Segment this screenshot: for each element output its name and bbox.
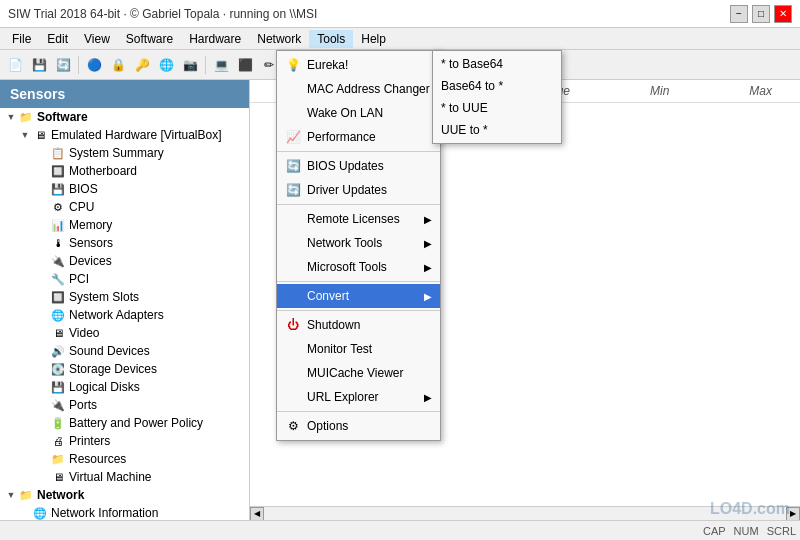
tree-network-section[interactable]: ▼ 📁 Network — [0, 486, 249, 504]
url-explorer-icon — [285, 389, 301, 405]
toolbar-btn-e[interactable]: 📷 — [179, 54, 201, 76]
system-summary-icon: 📋 — [50, 145, 66, 161]
tree-memory[interactable]: 📊Memory — [0, 216, 249, 234]
url-explorer-arrow: ▶ — [424, 392, 432, 403]
menu-edit[interactable]: Edit — [39, 30, 76, 48]
tools-performance[interactable]: 📈 Performance — [277, 125, 440, 149]
menu-software[interactable]: Software — [118, 30, 181, 48]
sidebar-header: Sensors — [0, 80, 249, 108]
col-min: Min — [650, 84, 669, 98]
remote-licenses-icon — [285, 211, 301, 227]
toolbar-btn-a[interactable]: 🔵 — [83, 54, 105, 76]
menu-view[interactable]: View — [76, 30, 118, 48]
toolbar-btn-b[interactable]: 🔒 — [107, 54, 129, 76]
tree-system-slots[interactable]: 🔲System Slots — [0, 288, 249, 306]
motherboard-icon: 🔲 — [50, 163, 66, 179]
pci-icon: 🔧 — [50, 271, 66, 287]
tools-options[interactable]: ⚙ Options — [277, 414, 440, 438]
minimize-button[interactable]: − — [730, 5, 748, 23]
toolbar-refresh[interactable]: 🔄 — [52, 54, 74, 76]
menu-sep-5 — [277, 411, 440, 412]
toolbar-btn-g[interactable]: ⬛ — [234, 54, 256, 76]
virtual-machine-icon: 🖥 — [50, 469, 66, 485]
menu-sep-4 — [277, 310, 440, 311]
hscroll-track[interactable] — [264, 507, 786, 521]
menu-network[interactable]: Network — [249, 30, 309, 48]
menu-help[interactable]: Help — [353, 30, 394, 48]
hscroll-left[interactable]: ◀ — [250, 507, 264, 521]
tree-pci[interactable]: 🔧PCI — [0, 270, 249, 288]
network-info-icon: 🌐 — [32, 505, 48, 521]
software-icon: 📁 — [18, 109, 34, 125]
toolbar-btn-d[interactable]: 🌐 — [155, 54, 177, 76]
tree-devices[interactable]: 🔌Devices — [0, 252, 249, 270]
tools-mac-changer[interactable]: MAC Address Changer — [277, 77, 440, 101]
menu-tools[interactable]: Tools — [309, 30, 353, 48]
expander-emulated[interactable]: ▼ — [18, 128, 32, 142]
maximize-button[interactable]: □ — [752, 5, 770, 23]
tree-bios[interactable]: 💾BIOS — [0, 180, 249, 198]
convert-icon — [285, 288, 301, 304]
tree-sensors[interactable]: 🌡Sensors — [0, 234, 249, 252]
tree-video[interactable]: 🖥Video — [0, 324, 249, 342]
network-label: Network — [37, 488, 84, 502]
tree-printers[interactable]: 🖨Printers — [0, 432, 249, 450]
tree-logical-disks[interactable]: 💾Logical Disks — [0, 378, 249, 396]
tools-monitor-test[interactable]: Monitor Test — [277, 337, 440, 361]
tools-microsoft-tools[interactable]: Microsoft Tools ▶ — [277, 255, 440, 279]
watermark: LO4D.com — [710, 500, 790, 518]
sensors-icon: 🌡 — [50, 235, 66, 251]
tree-virtual-machine[interactable]: 🖥Virtual Machine — [0, 468, 249, 486]
toolbar-btn-f[interactable]: 💻 — [210, 54, 232, 76]
options-icon: ⚙ — [285, 418, 301, 434]
network-tools-arrow: ▶ — [424, 238, 432, 249]
devices-icon: 🔌 — [50, 253, 66, 269]
tree-sound[interactable]: 🔊Sound Devices — [0, 342, 249, 360]
toolbar-sep-2 — [205, 56, 206, 74]
tools-url-explorer[interactable]: URL Explorer ▶ — [277, 385, 440, 409]
close-button[interactable]: ✕ — [774, 5, 792, 23]
convert-base64-to[interactable]: Base64 to * — [433, 75, 561, 97]
tree-storage[interactable]: 💽Storage Devices — [0, 360, 249, 378]
tree-resources[interactable]: 📁Resources — [0, 450, 249, 468]
tools-network-tools[interactable]: Network Tools ▶ — [277, 231, 440, 255]
convert-submenu: * to Base64 Base64 to * * to UUE UUE to … — [432, 50, 562, 144]
tools-bios-updates[interactable]: 🔄 BIOS Updates — [277, 154, 440, 178]
expander-network[interactable]: ▼ — [4, 488, 18, 502]
tools-muicache[interactable]: MUICache Viewer — [277, 361, 440, 385]
tools-shutdown[interactable]: ⏻ Shutdown — [277, 313, 440, 337]
convert-to-uue[interactable]: * to UUE — [433, 97, 561, 119]
title-bar: SIW Trial 2018 64-bit · © Gabriel Topala… — [0, 0, 800, 28]
tree-battery[interactable]: 🔋Battery and Power Policy — [0, 414, 249, 432]
printers-icon: 🖨 — [50, 433, 66, 449]
toolbar-btn-c[interactable]: 🔑 — [131, 54, 153, 76]
tools-driver-updates[interactable]: 🔄 Driver Updates — [277, 178, 440, 202]
sidebar: Sensors ▼ 📁 Software ▼ 🖥 Emulated Hardwa… — [0, 80, 250, 540]
tree-cpu[interactable]: ⚙CPU — [0, 198, 249, 216]
convert-to-base64[interactable]: * to Base64 — [433, 53, 561, 75]
logical-disks-icon: 💾 — [50, 379, 66, 395]
software-label: Software — [37, 110, 88, 124]
status-num: NUM — [734, 525, 759, 537]
storage-icon: 💽 — [50, 361, 66, 377]
tree-emulated[interactable]: ▼ 🖥 Emulated Hardware [VirtualBox] — [0, 126, 249, 144]
tree-motherboard[interactable]: 🔲Motherboard — [0, 162, 249, 180]
tree-software[interactable]: ▼ 📁 Software — [0, 108, 249, 126]
toolbar-save[interactable]: 💾 — [28, 54, 50, 76]
tools-eureka[interactable]: 💡 Eureka! — [277, 53, 440, 77]
menu-file[interactable]: File — [4, 30, 39, 48]
menu-hardware[interactable]: Hardware — [181, 30, 249, 48]
tools-wake-on-lan[interactable]: Wake On LAN — [277, 101, 440, 125]
expander-software[interactable]: ▼ — [4, 110, 18, 124]
ports-icon: 🔌 — [50, 397, 66, 413]
tree-network-adapters[interactable]: 🌐Network Adapters — [0, 306, 249, 324]
title-controls: − □ ✕ — [730, 5, 792, 23]
sound-icon: 🔊 — [50, 343, 66, 359]
convert-uue-to[interactable]: UUE to * — [433, 119, 561, 141]
toolbar-new[interactable]: 📄 — [4, 54, 26, 76]
muicache-icon — [285, 365, 301, 381]
tree-system-summary[interactable]: 📋System Summary — [0, 144, 249, 162]
tools-convert[interactable]: Convert ▶ — [277, 284, 440, 308]
tree-ports[interactable]: 🔌Ports — [0, 396, 249, 414]
tools-remote-licenses[interactable]: Remote Licenses ▶ — [277, 207, 440, 231]
